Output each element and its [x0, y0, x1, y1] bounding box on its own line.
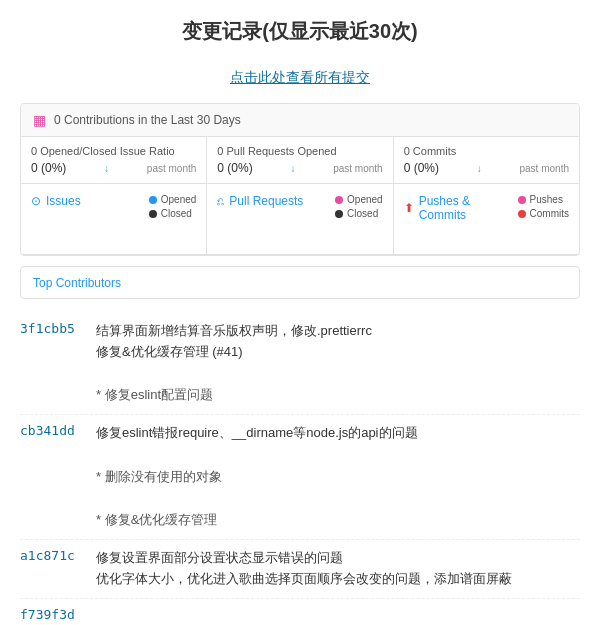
stat-past-month-commits: past month: [520, 163, 569, 174]
prs-opened-label: Opened: [347, 194, 383, 205]
commit-entry-1: cb341dd 修复eslint错报require、__dirname等node…: [20, 415, 580, 540]
commit-hash-2[interactable]: a1c871c: [20, 548, 80, 590]
commit-hash-1[interactable]: cb341dd: [20, 423, 80, 531]
commit-hash-3[interactable]: f739f3d: [20, 607, 80, 622]
prs-chart-icon: ⎌: [217, 194, 224, 208]
stats-container: ▦ 0 Contributions in the Last 30 Days 0 …: [20, 103, 580, 256]
stat-arrow-prs: ↓: [290, 163, 295, 174]
commits-commits-label: Commits: [530, 208, 569, 219]
stat-value-commits: 0 (0%): [404, 161, 439, 175]
commits-pushes-label: Pushes: [530, 194, 563, 205]
commit-messages-2: 修复设置界面部分设置状态显示错误的问题 优化字体大小，优化进入歌曲选择页面顺序会…: [96, 548, 580, 590]
stat-label-commits: 0 Commits: [404, 145, 569, 157]
top-contributors-label: Top Contributors: [33, 276, 121, 290]
commit-entry-0: 3f1cbb5 结算界面新增结算音乐版权声明，修改.prettierrc 修复&…: [20, 313, 580, 415]
stat-cell-prs: 0 Pull Requests Opened 0 (0%) ↓ past mon…: [207, 137, 393, 183]
stat-past-month-prs: past month: [333, 163, 382, 174]
issues-chart-label: Issues: [46, 194, 81, 208]
stat-label-issues: 0 Opened/Closed Issue Ratio: [31, 145, 196, 157]
chart-cell-commits: ⬆ Pushes & Commits Pushes Commits: [394, 184, 579, 254]
commit-entry-2: a1c871c 修复设置界面部分设置状态显示错误的问题 优化字体大小，优化进入歌…: [20, 540, 580, 599]
stat-arrow-issues: ↓: [104, 163, 109, 174]
commits-section: 3f1cbb5 结算界面新增结算音乐版权声明，修改.prettierrc 修复&…: [20, 313, 580, 625]
commit-entry-3: f739f3d: [20, 599, 580, 625]
stat-cell-issues: 0 Opened/Closed Issue Ratio 0 (0%) ↓ pas…: [21, 137, 207, 183]
chart-cell-issues: ⊙ Issues Opened Closed: [21, 184, 207, 254]
contributions-label: 0 Contributions in the Last 30 Days: [54, 113, 241, 127]
commits-legend: Pushes Commits: [518, 194, 569, 219]
stat-label-prs: 0 Pull Requests Opened: [217, 145, 382, 157]
issues-legend: Opened Closed: [149, 194, 197, 219]
top-contributors-container: Top Contributors: [20, 266, 580, 299]
commit-messages-3: [96, 607, 580, 622]
chart-row: ⊙ Issues Opened Closed ⎌ Pull Requests: [21, 184, 579, 255]
stat-value-prs: 0 (0%): [217, 161, 252, 175]
stat-past-month-issues: past month: [147, 163, 196, 174]
commit-hash-0[interactable]: 3f1cbb5: [20, 321, 80, 406]
stats-header: ▦ 0 Contributions in the Last 30 Days: [21, 104, 579, 137]
issues-closed-label: Closed: [161, 208, 192, 219]
view-all-link[interactable]: 点击此处查看所有提交: [0, 55, 600, 103]
prs-chart-label: Pull Requests: [229, 194, 303, 208]
stats-row: 0 Opened/Closed Issue Ratio 0 (0%) ↓ pas…: [21, 137, 579, 184]
prs-closed-label: Closed: [347, 208, 378, 219]
stat-arrow-commits: ↓: [477, 163, 482, 174]
commit-messages-1: 修复eslint错报require、__dirname等node.js的api的…: [96, 423, 580, 531]
stat-cell-commits: 0 Commits 0 (0%) ↓ past month: [394, 137, 579, 183]
issues-chart-icon: ⊙: [31, 194, 41, 208]
commits-chart-label: Pushes & Commits: [419, 194, 518, 222]
prs-legend: Opened Closed: [335, 194, 383, 219]
issues-opened-label: Opened: [161, 194, 197, 205]
stat-value-issues: 0 (0%): [31, 161, 66, 175]
chart-cell-prs: ⎌ Pull Requests Opened Closed: [207, 184, 393, 254]
commit-messages-0: 结算界面新增结算音乐版权声明，修改.prettierrc 修复&优化缓存管理 (…: [96, 321, 580, 406]
contributions-icon: ▦: [33, 112, 46, 128]
commits-chart-icon: ⬆: [404, 201, 414, 215]
page-title: 变更记录(仅显示最近30次): [0, 0, 600, 55]
